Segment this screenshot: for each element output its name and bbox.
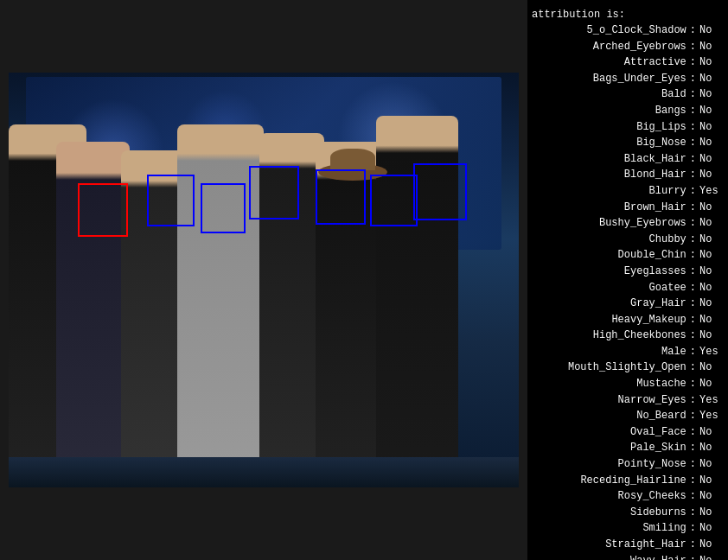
attr-value-pale_skin: No: [699, 440, 724, 456]
attribute-row-bags_under_eyes: Bags_Under_Eyes:No: [532, 71, 724, 87]
attr-name-blurry: Blurry: [649, 183, 686, 200]
attr-separator: :: [690, 200, 696, 216]
attribute-row-brown_hair: Brown_Hair:No: [532, 200, 724, 216]
attr-value-straight_hair: No: [699, 537, 724, 553]
attr-name-big_lips: Big_Lips: [636, 119, 686, 136]
attr-value-wavy_hair: No: [699, 553, 724, 560]
attribute-row-big_nose: Big_Nose:No: [532, 135, 724, 151]
attribute-row-narrow_eyes: Narrow_Eyes:Yes: [532, 392, 724, 409]
attribute-row-blond_hair: Blond_Hair:No: [532, 167, 724, 183]
attr-separator: :: [690, 86, 696, 103]
attr-name-eyeglasses: Eyeglasses: [624, 264, 686, 280]
attr-name-rosy_cheeks: Rosy_Cheeks: [618, 488, 686, 505]
attr-name-high_cheekbones: High_Cheekbones: [593, 328, 686, 344]
attr-name-bangs: Bangs: [655, 103, 686, 119]
attribute-row-pointy_nose: Pointy_Nose:No: [532, 456, 724, 473]
attr-separator: :: [690, 135, 696, 151]
attr-name-bushy_eyebrows: Bushy_Eyebrows: [599, 215, 686, 232]
attr-name-smiling: Smiling: [642, 520, 686, 537]
attr-value-5_o_clock_shadow: No: [699, 22, 724, 39]
attribute-row-mustache: Mustache:No: [532, 376, 724, 392]
attribute-row-receding_hairline: Receding_Hairline:No: [532, 473, 724, 489]
attr-value-gray_hair: No: [699, 296, 724, 312]
attr-value-goatee: No: [699, 280, 724, 296]
stage-floor: [9, 457, 519, 487]
attr-separator: :: [690, 54, 696, 71]
hat-top: [330, 149, 375, 170]
attribute-row-double_chin: Double_Chin:No: [532, 247, 724, 264]
attr-separator: :: [690, 520, 696, 537]
attr-name-double_chin: Double_Chin: [618, 247, 686, 264]
attr-separator: :: [690, 328, 696, 344]
attribute-row-high_cheekbones: High_Cheekbones:No: [532, 328, 724, 344]
attr-name-gray_hair: Gray_Hair: [630, 296, 686, 312]
attr-separator: :: [690, 360, 696, 376]
attr-separator: :: [690, 424, 696, 441]
attr-value-receding_hairline: No: [699, 473, 724, 489]
attr-name-blond_hair: Blond_Hair: [624, 167, 686, 183]
attr-name-5_o_clock_shadow: 5_o_Clock_Shadow: [587, 22, 686, 39]
attribute-row-attractive: Attractive:No: [532, 54, 724, 71]
attr-value-pointy_nose: No: [699, 456, 724, 473]
attr-value-mustache: No: [699, 376, 724, 392]
attr-separator: :: [690, 344, 696, 360]
attr-value-oval_face: No: [699, 424, 724, 441]
attr-value-arched_eyebrows: No: [699, 39, 724, 55]
attr-name-oval_face: Oval_Face: [630, 424, 686, 441]
attr-value-blurry: Yes: [699, 183, 724, 200]
attr-value-big_lips: No: [699, 119, 724, 136]
attribute-row-oval_face: Oval_Face:No: [532, 424, 724, 441]
attribution-header: attribution is:: [532, 9, 724, 21]
attr-separator: :: [690, 151, 696, 168]
attr-separator: :: [690, 280, 696, 296]
attr-separator: :: [690, 553, 696, 560]
attr-name-receding_hairline: Receding_Hairline: [580, 473, 686, 489]
attr-separator: :: [690, 232, 696, 248]
face-box-7: [413, 163, 467, 220]
attr-separator: :: [690, 456, 696, 473]
attr-separator: :: [690, 312, 696, 328]
attr-name-goatee: Goatee: [649, 280, 686, 296]
face-box-red: [78, 183, 128, 237]
face-box-5: [316, 169, 366, 225]
attr-name-mouth_slightly_open: Mouth_Slightly_Open: [568, 360, 686, 376]
attr-name-heavy_makeup: Heavy_Makeup: [611, 312, 686, 328]
attr-value-attractive: No: [699, 54, 724, 71]
attr-name-big_nose: Big_Nose: [636, 135, 686, 151]
attribute-row-blurry: Blurry:Yes: [532, 183, 724, 200]
attr-separator: :: [690, 488, 696, 505]
photo: [9, 73, 519, 487]
attribute-row-mouth_slightly_open: Mouth_Slightly_Open:No: [532, 360, 724, 376]
attribute-row-eyeglasses: Eyeglasses:No: [532, 264, 724, 280]
attribute-row-straight_hair: Straight_Hair:No: [532, 537, 724, 553]
attr-separator: :: [690, 296, 696, 312]
attr-value-rosy_cheeks: No: [699, 488, 724, 505]
attr-separator: :: [690, 22, 696, 39]
attribute-row-goatee: Goatee:No: [532, 280, 724, 296]
attr-separator: :: [690, 505, 696, 521]
attributes-list: 5_o_Clock_Shadow:NoArched_Eyebrows:NoAtt…: [532, 22, 724, 560]
face-box-6: [370, 175, 418, 226]
attr-name-black_hair: Black_Hair: [624, 151, 686, 168]
attribute-row-sideburns: Sideburns:No: [532, 505, 724, 521]
attr-value-brown_hair: No: [699, 200, 724, 216]
attr-separator: :: [690, 71, 696, 87]
attr-name-male: Male: [661, 344, 686, 360]
attr-name-arched_eyebrows: Arched_Eyebrows: [593, 39, 686, 55]
attr-separator: :: [690, 39, 696, 55]
attr-value-big_nose: No: [699, 135, 724, 151]
attr-name-attractive: Attractive: [624, 54, 686, 71]
image-container: [9, 73, 519, 487]
attr-name-sideburns: Sideburns: [630, 505, 686, 521]
attribute-row-pale_skin: Pale_Skin:No: [532, 440, 724, 456]
attr-value-high_cheekbones: No: [699, 328, 724, 344]
attribute-row-5_o_clock_shadow: 5_o_Clock_Shadow:No: [532, 22, 724, 39]
attr-value-blond_hair: No: [699, 167, 724, 183]
attribute-row-heavy_makeup: Heavy_Makeup:No: [532, 312, 724, 328]
attr-name-mustache: Mustache: [636, 376, 686, 392]
attr-value-bushy_eyebrows: No: [699, 215, 724, 232]
attr-separator: :: [690, 119, 696, 136]
attr-name-bags_under_eyes: Bags_Under_Eyes: [593, 71, 686, 87]
attr-separator: :: [690, 183, 696, 200]
attr-separator: :: [690, 215, 696, 232]
